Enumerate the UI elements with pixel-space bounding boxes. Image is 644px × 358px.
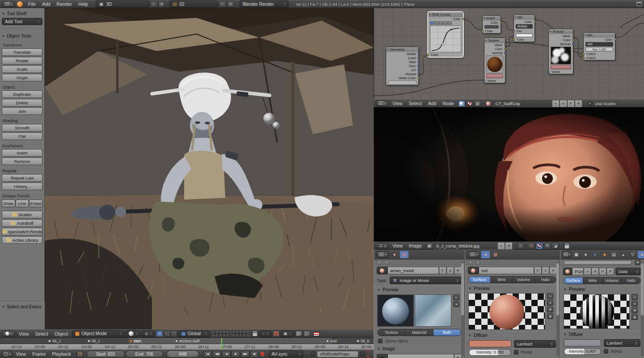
timeline-marker[interactable]: end [326,339,337,343]
jump-end-button[interactable]: ▶| [250,351,259,358]
ramp-checkbox[interactable]: Ramp [604,349,641,354]
socket-color[interactable] [504,48,506,50]
users-count-button[interactable]: 2 [542,267,549,274]
screen-delete-button[interactable]: ✕ [158,1,165,8]
image-unlink-button[interactable]: ✕ [454,354,462,358]
tab-world-icon[interactable]: ● [591,251,599,258]
preview-sphere-button[interactable]: ● [631,301,638,307]
tab-material[interactable]: Material [405,329,433,336]
tab-object-icon[interactable]: ■ [600,251,609,258]
layer-cell[interactable] [223,330,226,333]
socket-color[interactable] [427,54,429,56]
menu-select[interactable]: Select [32,331,51,337]
texture-name-field[interactable]: aman_metal [387,267,439,274]
layer-cell[interactable] [212,334,215,337]
node-color-swatch[interactable] [516,34,533,37]
editor-type-selector[interactable]: ▾ [376,100,388,107]
tab-constraints-icon[interactable]: ▤ [610,251,618,258]
socket-color[interactable] [614,38,616,41]
layer-grid-2[interactable] [232,330,249,337]
layer-cell[interactable] [232,334,235,337]
timeline-marker[interactable]: 06_J [48,339,60,343]
scene-delete-button[interactable]: ✕ [227,1,234,8]
preview-cube-button[interactable]: ■ [631,307,638,313]
node-color-swatch[interactable] [484,25,499,29]
tool-button-active-library[interactable]: Active Library [2,236,42,244]
timeline-marker[interactable]: 06_J [88,339,100,343]
tool-button-scale[interactable]: Scale [2,65,42,73]
socket-color2[interactable] [582,57,585,59]
tab-surface[interactable]: Surface [469,277,491,283]
menu-view[interactable]: View [389,101,406,106]
editor-type-selector[interactable]: ▾ [563,251,571,258]
tab-material-icon[interactable]: ● [481,251,490,258]
layer-cell[interactable] [243,334,246,337]
node-geometry[interactable]: GeometryGlobalLocalViewOrcoUVNormalVerte… [386,47,419,85]
node-menu-multiply[interactable]: Multiply [516,24,533,29]
snap-element-select[interactable]: ▦↕ [281,330,295,337]
pencil-button[interactable]: ✎ [544,243,551,249]
socket-normal[interactable] [572,43,574,45]
socket-vector[interactable] [547,71,550,73]
diffuse-color-swatch[interactable] [564,339,601,346]
unlink-button[interactable]: ✕ [606,268,614,275]
layer-cell[interactable] [223,334,226,337]
shader-nodes-toggle[interactable] [458,100,465,107]
tool-button-erase[interactable]: Erase [29,200,42,207]
orientation-select[interactable]: Global ↕ [178,330,210,337]
manipulator-scale-toggle[interactable] [171,331,177,337]
tab-halo[interactable]: Halo [535,277,556,283]
node-mix-2[interactable]: MixColorAddFac: 1.000Color1Color2 [583,32,615,60]
tool-button-origin[interactable]: Origin [2,74,42,81]
layer-cell[interactable] [239,334,242,337]
material-name-field[interactable]: red [479,267,534,274]
diffuse-panel-header[interactable]: ▼Diffuse [560,330,644,338]
tab-texture-icon[interactable]: ▦ [400,251,408,258]
texture-select-field[interactable] [486,74,503,78]
layer-cell[interactable] [243,330,246,333]
unlink-button[interactable]: ✕ [454,267,462,274]
tab-material-icon[interactable]: ● [390,251,399,258]
tab-modifiers-icon[interactable]: ▴ [619,251,627,258]
diffuse-intensity-slider[interactable]: Intensity: 0.907 [564,348,601,355]
image-name-field[interactable]: 6_J_comp_000649.jpg [434,242,497,250]
render-opengl-anim-button[interactable] [303,330,311,337]
sync-select[interactable]: AV-sync↕ [269,350,304,358]
layer-cell[interactable] [236,334,239,337]
tool-button-remove[interactable]: Remove [2,158,42,165]
timeline-track[interactable]: 22+1223+0023+1224+0024+1225+0025+1226+00… [0,338,374,349]
image-browse-button[interactable]: ▦ [377,354,387,358]
editor-type-selector[interactable]: ▾ [2,1,15,7]
socket-orco[interactable] [417,65,420,67]
layer-cell[interactable] [215,330,219,333]
users-count-button[interactable]: 2 [446,267,454,274]
ramp-checkbox[interactable]: Ramp [514,349,556,354]
menu-playback[interactable]: Playback [49,351,75,357]
tool-button-draw[interactable]: Draw [2,200,15,207]
preview-panel-header[interactable]: ▼Preview [465,284,560,292]
node-fac-slider[interactable]: Fac: 1.000 [585,47,613,51]
jump-start-button[interactable]: |◀ [203,351,212,358]
image-browse-button[interactable]: ▦ [426,243,433,249]
screen-add-button[interactable]: + [150,1,157,8]
tab-volume[interactable]: Volume [513,277,535,283]
diffuse-color-swatch[interactable] [469,340,511,347]
image-editor-canvas[interactable] [374,107,644,242]
layer-cell[interactable] [215,334,219,337]
layer-cell[interactable] [219,330,222,333]
node-texture-2[interactable]: TextureValueColorNormalVector [548,29,573,74]
socket-color1[interactable] [582,53,585,55]
node-editor-canvas[interactable]: GeometryGlobalLocalViewOrcoUVNormalVerte… [374,8,644,99]
scrollbar[interactable] [641,261,644,356]
new-button[interactable]: + [584,268,591,275]
show-alpha-checkbox[interactable]: Show Alpha [374,337,464,345]
current-frame-field[interactable]: 648 [167,350,199,358]
diffuse-shader-select[interactable]: Lambert↕ [514,340,556,348]
add-tool-select[interactable]: Add Tool↕ [2,18,42,25]
editor-type-selector[interactable]: ▾ [2,351,12,357]
preview-flat-button[interactable]: ▭ [453,294,459,300]
diffuse-intensity-slider[interactable]: Intensity: 0.700 [469,349,511,356]
tab-render-icon[interactable]: ▣ [572,251,581,258]
preview-monkey-button[interactable]: ◉ [547,313,553,319]
menu-frame[interactable]: Frame [29,351,49,357]
